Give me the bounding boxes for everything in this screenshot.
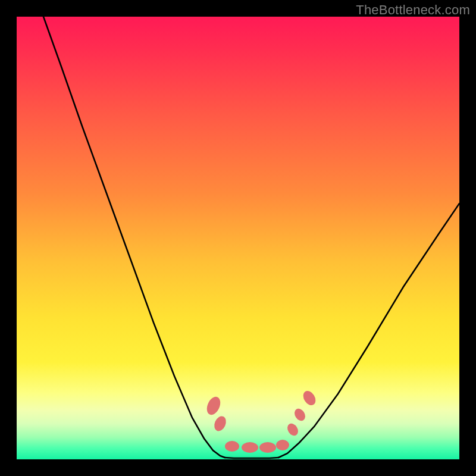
watermark-text: TheBottleneck.com (356, 2, 470, 18)
marker-valley-1 (225, 441, 239, 452)
marker-right-upper (300, 389, 318, 408)
marker-valley-4 (276, 440, 289, 450)
series-valley-floor (225, 458, 278, 458)
chart-frame: TheBottleneck.com (0, 0, 476, 476)
marker-valley-2 (242, 442, 258, 453)
marker-group (204, 389, 318, 453)
marker-right-lower (285, 421, 300, 437)
chart-svg (17, 17, 459, 459)
marker-right-mid (292, 406, 307, 422)
marker-valley-3 (259, 442, 276, 453)
series-left-curve (43, 17, 225, 458)
curve-group (43, 17, 459, 458)
marker-left-lower (212, 414, 228, 433)
series-right-curve (278, 203, 459, 458)
marker-left-upper (204, 394, 223, 416)
plot-area (17, 17, 459, 459)
